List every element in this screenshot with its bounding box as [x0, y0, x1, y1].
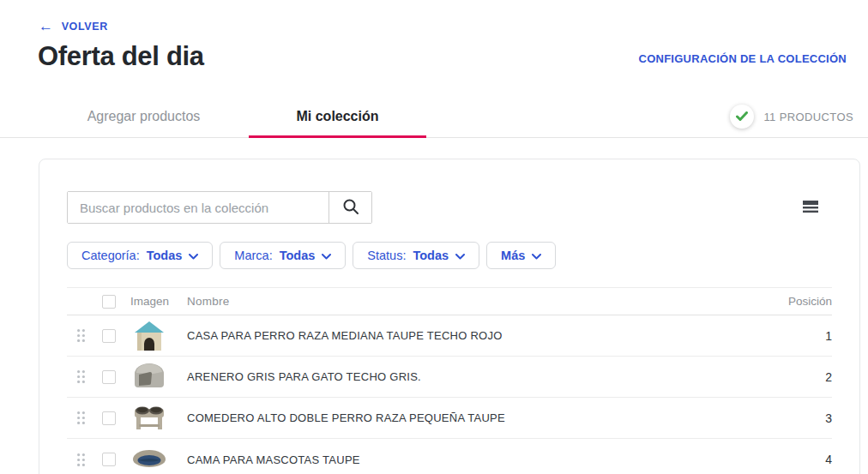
product-name: COMEDERO ALTO DOBLE PERRO RAZA PEQUEÑA T… [187, 411, 772, 424]
filter-marca[interactable]: Marca: Todas [220, 242, 346, 269]
product-name: ARENERO GRIS PARA GATO TECHO GRIS. [187, 370, 772, 383]
check-circle-icon [730, 105, 754, 129]
tab-mi-coleccion[interactable]: Mi colección [249, 96, 426, 137]
drag-handle-icon[interactable] [76, 411, 86, 425]
filter-mas[interactable]: Más [486, 242, 556, 269]
list-view-icon [803, 200, 818, 216]
product-image-double-pet-feeder [130, 400, 168, 436]
column-header-nombre: Nombre [187, 295, 772, 308]
table-row: CASA PARA PERRO RAZA MEDIANA TAUPE TECHO… [67, 315, 832, 357]
chevron-down-icon [189, 249, 198, 262]
collection-card: Categoría: Todas Marca: Todas Status: To… [39, 159, 860, 474]
table-row: ARENERO GRIS PARA GATO TECHO GRIS. 2 [67, 357, 832, 398]
column-header-posicion: Posición [772, 295, 832, 308]
tab-agregar-productos[interactable]: Agregar productos [39, 96, 249, 137]
filter-status[interactable]: Status: Todas [353, 242, 479, 269]
filter-categoria[interactable]: Categoría: Todas [67, 242, 213, 269]
collection-settings-link[interactable]: CONFIGURACIÓN DE LA COLECCIÓN [639, 52, 847, 65]
product-image-dog-house [130, 318, 168, 354]
back-arrow-icon: ← [39, 19, 54, 33]
table-row: CAMA PARA MASCOTAS TAUPE 4 [67, 439, 832, 474]
drag-handle-icon[interactable] [76, 453, 86, 467]
back-link-label: VOLVER [62, 21, 108, 33]
row-checkbox[interactable] [102, 370, 116, 384]
product-position: 3 [772, 411, 832, 425]
search-box [67, 191, 372, 224]
chevron-down-icon [532, 249, 541, 262]
drag-handle-icon[interactable] [76, 369, 86, 384]
table-header: Imagen Nombre Posición [67, 287, 832, 315]
column-header-imagen: Imagen [130, 295, 187, 308]
product-position: 1 [772, 329, 832, 343]
products-count-label: 11 PRODUCTOS [763, 111, 853, 123]
list-view-button[interactable] [799, 196, 822, 219]
product-name: CAMA PARA MASCOTAS TAUPE [187, 453, 772, 466]
search-toolbar [67, 191, 832, 224]
search-input[interactable] [68, 192, 329, 223]
product-position: 4 [772, 453, 832, 466]
collection-page: ← VOLVER Oferta del dia CONFIGURACIÓN DE… [0, 0, 868, 474]
row-checkbox[interactable] [102, 453, 116, 466]
products-count-badge: 11 PRODUCTOS [730, 105, 853, 129]
row-checkbox[interactable] [102, 329, 116, 343]
table-row: COMEDERO ALTO DOBLE PERRO RAZA PEQUEÑA T… [67, 398, 832, 439]
product-image-pet-bed [130, 441, 168, 474]
search-button[interactable] [329, 192, 371, 223]
products-table: Imagen Nombre Posición CASA PARA PERRO R… [67, 287, 832, 474]
product-name: CASA PARA PERRO RAZA MEDIANA TAUPE TECHO… [187, 329, 772, 342]
drag-handle-icon[interactable] [76, 328, 86, 343]
product-image-cat-litter-box [130, 359, 168, 395]
select-all-checkbox[interactable] [102, 295, 116, 309]
filters-row: Categoría: Todas Marca: Todas Status: To… [67, 242, 832, 269]
search-icon [342, 198, 359, 218]
product-position: 2 [772, 370, 832, 384]
chevron-down-icon [455, 249, 465, 262]
page-title: Oferta del dia [38, 41, 204, 72]
back-link[interactable]: ← VOLVER [39, 19, 108, 33]
tab-bar: Agregar productos Mi colección 11 PRODUC… [0, 96, 868, 138]
row-checkbox[interactable] [102, 411, 116, 425]
chevron-down-icon [322, 249, 331, 262]
